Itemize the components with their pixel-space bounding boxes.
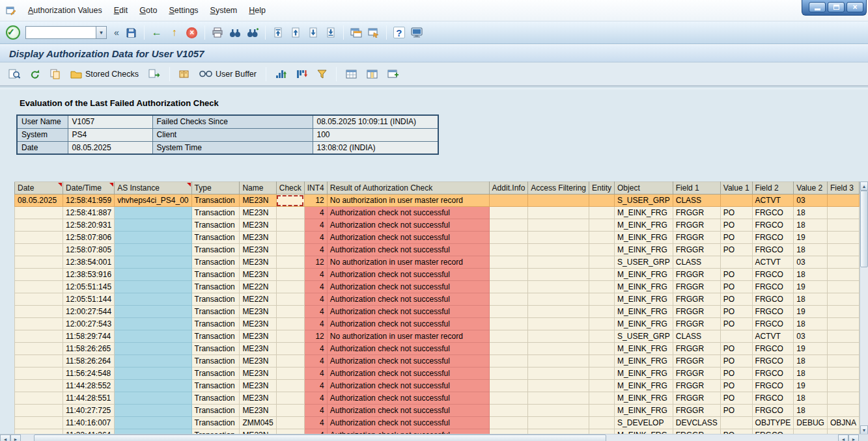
grid-cell[interactable]: PO [720,244,752,256]
grid-cell[interactable] [827,392,859,405]
grid-cell[interactable] [276,343,304,355]
grid-cell[interactable]: ME23N [240,330,276,343]
grid-cell[interactable]: 08.05.2025 [15,194,63,207]
grid-cell[interactable]: vhvheps4ci_PS4_00 [115,194,191,207]
grid-cell[interactable]: FRGGR [673,306,720,318]
grid-cell[interactable] [589,269,615,281]
grid-cell[interactable]: OBJTYPE [752,417,794,429]
grid-cell[interactable] [720,194,752,207]
grid-cell[interactable] [589,392,615,405]
collapse-toolbar-icon[interactable]: « [111,27,122,38]
grid-cell[interactable]: ME23N [240,380,276,392]
menu-edit[interactable]: Edit [108,3,134,18]
grid-cell[interactable] [589,256,615,269]
horizontal-scroll-thumb[interactable] [34,434,606,441]
grid-cell[interactable] [276,244,304,256]
grid-cell[interactable] [489,219,528,232]
grid-cell[interactable] [827,405,859,417]
minimize-button[interactable] [809,2,826,12]
cancel-icon[interactable]: × [184,25,200,40]
column-header[interactable]: Addit.Info [489,182,528,194]
grid-cell[interactable]: Transaction [191,368,240,380]
copy-icon[interactable] [47,68,64,81]
column-header[interactable]: Access Filtering [528,182,589,194]
grid-cell[interactable] [15,207,63,219]
first-page-icon[interactable] [270,25,286,40]
grid-cell[interactable] [15,306,63,318]
grid-cell[interactable]: Authorization check not successful [327,368,489,380]
grid-cell[interactable]: Transaction [191,281,240,293]
grid-cell[interactable]: PO [720,343,752,355]
save-icon[interactable] [124,25,139,40]
menu-system[interactable]: System [204,3,244,18]
grid-cell[interactable]: Authorization check not successful [327,207,489,219]
create-shortcut-icon[interactable] [366,25,382,40]
grid-cell[interactable] [489,318,528,330]
grid-cell[interactable] [489,207,528,219]
grid-cell[interactable] [589,368,615,380]
grid-cell[interactable] [276,281,304,293]
grid-cell[interactable]: 4 [304,219,327,232]
grid-cell[interactable]: 4 [304,355,327,368]
grid-cell[interactable] [276,405,304,417]
grid-cell[interactable]: 4 [304,343,327,355]
table-row[interactable]: 08.05.202512:58:41:959vhvheps4ci_PS4_00T… [15,194,860,207]
grid-cell[interactable]: FRGCO [752,405,794,417]
grid-cell[interactable] [115,306,191,318]
sort-ascending-icon[interactable] [272,68,290,80]
grid-cell[interactable] [115,380,191,392]
grid-cell[interactable]: CLASS [673,330,720,343]
table-row[interactable]: 11:40:27:725TransactionME23N4Authorizati… [15,405,860,417]
grid-cell[interactable]: ME23N [240,368,276,380]
grid-cell[interactable]: FRGGR [673,392,720,405]
maximize-button[interactable] [828,2,845,12]
grid-cell[interactable]: 03 [794,194,828,207]
grid-cell[interactable] [827,219,859,232]
choose-details-icon[interactable] [5,68,23,81]
grid-cell[interactable]: FRGGR [673,232,720,244]
grid-cell[interactable]: DEBUG [794,417,828,429]
grid-cell[interactable]: Transaction [191,405,240,417]
grid-cell[interactable] [15,380,63,392]
grid-cell[interactable]: ME23N [240,219,276,232]
sort-descending-icon[interactable] [293,68,311,80]
grid-cell[interactable]: PO [720,318,752,330]
grid-cell[interactable]: Transaction [191,306,240,318]
grid-cell[interactable] [276,392,304,405]
grid-cell[interactable] [115,269,191,281]
grid-cell[interactable]: Authorization check not successful [327,355,489,368]
column-header[interactable]: Value 2 [794,182,828,194]
grid-cell[interactable] [589,194,615,207]
grid-cell[interactable] [15,318,63,330]
grid-cell[interactable]: 4 [304,392,327,405]
grid-cell[interactable]: M_EINK_FRG [615,343,673,355]
grid-cell[interactable] [589,343,615,355]
find-next-icon[interactable] [245,25,260,40]
user-buffer-button[interactable]: User Buffer [196,68,260,80]
table-row[interactable]: 12:58:07:805TransactionME23N4Authorizati… [15,244,860,256]
grid-cell[interactable]: Transaction [191,343,240,355]
grid-cell[interactable]: CLASS [673,256,720,269]
grid-cell[interactable]: 12:58:41:959 [63,194,115,207]
print-icon[interactable] [210,25,225,40]
grid-cell[interactable] [827,256,859,269]
vertical-scroll-thumb[interactable] [860,191,868,267]
grid-cell[interactable]: Authorization check not successful [327,244,489,256]
grid-cell[interactable]: Transaction [191,207,240,219]
grid-cell[interactable] [528,380,589,392]
grid-cell[interactable]: FRGCO [752,244,794,256]
grid-cell[interactable]: 18 [794,293,828,306]
grid-cell[interactable]: FRGGR [673,219,720,232]
grid-cell[interactable]: 18 [794,392,828,405]
grid-cell[interactable]: FRGGR [673,405,720,417]
grid-cell[interactable]: 11:40:27:725 [63,405,115,417]
grid-cell[interactable] [827,318,859,330]
grid-cell[interactable]: M_EINK_FRG [615,269,673,281]
find-icon[interactable] [227,25,243,40]
grid-cell[interactable] [589,380,615,392]
grid-cell[interactable] [15,343,63,355]
grid-cell[interactable]: Transaction [191,330,240,343]
grid-cell[interactable] [15,293,63,306]
grid-cell[interactable] [528,244,589,256]
table-row[interactable]: 11:56:24:548TransactionME23N4Authorizati… [15,368,860,380]
